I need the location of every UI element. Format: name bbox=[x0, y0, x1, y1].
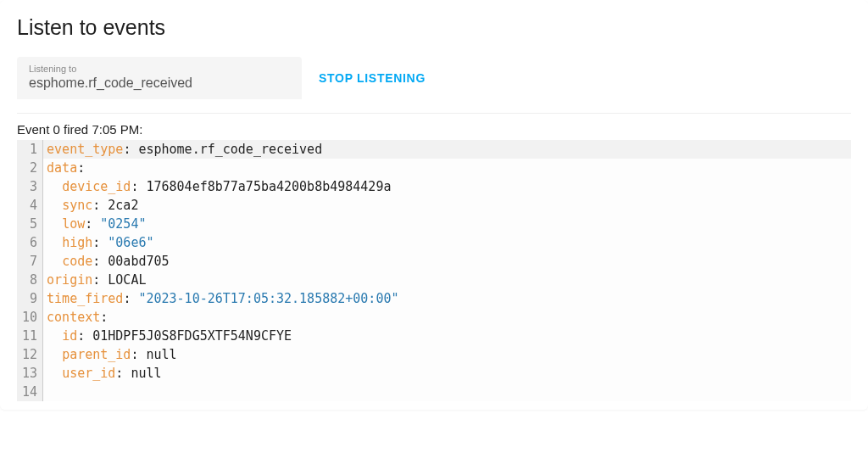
code-line: origin: LOCAL bbox=[43, 271, 851, 289]
line-number: 6 bbox=[22, 233, 37, 252]
code-line: high: "06e6" bbox=[43, 233, 851, 252]
events-card: Listen to events Listening to Stop Liste… bbox=[0, 0, 868, 410]
stop-listening-button[interactable]: Stop Listening bbox=[319, 71, 426, 85]
code-line: user_id: null bbox=[43, 364, 851, 383]
code-body: event_type: esphome.rf_code_received dat… bbox=[43, 140, 851, 401]
line-number: 1 bbox=[22, 140, 37, 159]
event-input-wrap[interactable]: Listening to bbox=[17, 57, 302, 99]
controls-row: Listening to Stop Listening bbox=[17, 57, 851, 114]
code-line: event_type: esphome.rf_code_received bbox=[43, 140, 851, 159]
code-line: id: 01HDPF5J0S8FDG5XTF54N9CFYE bbox=[43, 327, 851, 345]
line-number: 2 bbox=[22, 159, 37, 177]
line-number: 14 bbox=[22, 383, 37, 401]
line-number-gutter: 1234567891011121314 bbox=[17, 140, 43, 401]
line-number: 12 bbox=[22, 345, 37, 364]
line-number: 13 bbox=[22, 364, 37, 383]
line-number: 9 bbox=[22, 289, 37, 308]
code-line bbox=[43, 383, 851, 401]
event-input[interactable] bbox=[29, 76, 290, 91]
code-line: context: bbox=[43, 308, 851, 327]
line-number: 8 bbox=[22, 271, 37, 289]
line-number: 10 bbox=[22, 308, 37, 327]
line-number: 11 bbox=[22, 327, 37, 345]
code-line: low: "0254" bbox=[43, 215, 851, 233]
code-line: time_fired: "2023-10-26T17:05:32.185882+… bbox=[43, 289, 851, 308]
line-number: 3 bbox=[22, 177, 37, 196]
code-line: code: 00abd705 bbox=[43, 252, 851, 271]
page-title: Listen to events bbox=[17, 15, 851, 40]
code-line: sync: 2ca2 bbox=[43, 196, 851, 215]
event-fired-header: Event 0 fired 7:05 PM: bbox=[17, 122, 851, 137]
code-line: data: bbox=[43, 159, 851, 177]
event-input-label: Listening to bbox=[29, 64, 290, 74]
line-number: 7 bbox=[22, 252, 37, 271]
code-line: device_id: 176804ef8b77a75ba4200b8b49844… bbox=[43, 177, 851, 196]
line-number: 5 bbox=[22, 215, 37, 233]
code-line: parent_id: null bbox=[43, 345, 851, 364]
event-code-block: 1234567891011121314 event_type: esphome.… bbox=[17, 140, 851, 401]
line-number: 4 bbox=[22, 196, 37, 215]
